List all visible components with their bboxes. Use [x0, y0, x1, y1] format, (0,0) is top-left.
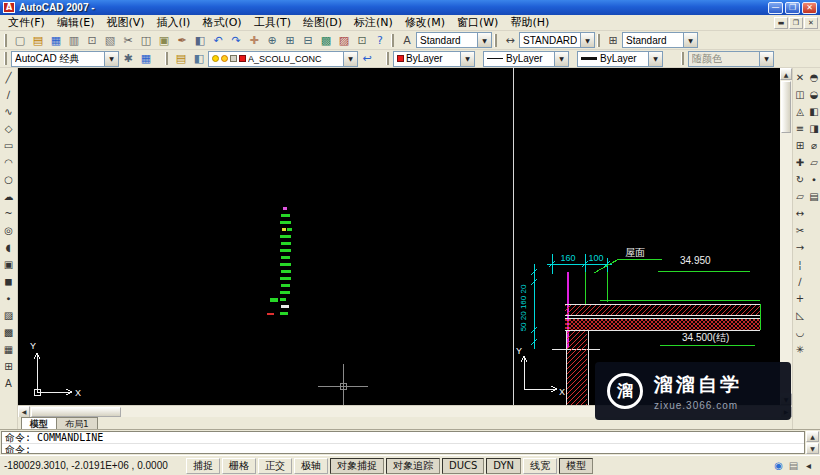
draworder-bring-front-icon[interactable]: ◓: [807, 69, 820, 86]
draworder-send-under-icon[interactable]: ◨: [807, 120, 820, 137]
vertical-scroll-thumb[interactable]: [781, 81, 791, 133]
circle-icon[interactable]: ○: [1, 171, 16, 188]
help-icon[interactable]: ?: [371, 32, 389, 48]
scroll-down-icon[interactable]: ▼: [806, 443, 819, 454]
communication-center-icon[interactable]: ◉: [771, 458, 786, 473]
horizontal-scroll-thumb[interactable]: [31, 407, 121, 417]
sheet-set-manager-icon[interactable]: ▩: [317, 32, 335, 48]
ortho-toggle[interactable]: 正交: [258, 458, 292, 474]
open-file-icon[interactable]: ▤: [29, 32, 47, 48]
arc-icon[interactable]: ◠: [1, 154, 16, 171]
chevron-down-icon[interactable]: ▼: [477, 33, 491, 47]
plot-preview-icon[interactable]: ⊡: [83, 32, 101, 48]
tab-layout1[interactable]: 布局1: [56, 417, 98, 429]
rectangle-icon[interactable]: ▭: [1, 137, 16, 154]
array-icon[interactable]: ⊞: [793, 137, 808, 154]
dim-style-combo[interactable]: STANDARD ▼: [519, 32, 595, 48]
ellipse-arc-icon[interactable]: ◖: [1, 239, 16, 256]
chevron-down-icon[interactable]: ▼: [683, 33, 697, 47]
workspace-combo[interactable]: AutoCAD 经典 ▼: [11, 51, 119, 67]
close-button[interactable]: ✕: [802, 2, 817, 14]
id-point-icon[interactable]: ∙: [807, 171, 820, 188]
block-editor-icon[interactable]: ◧: [191, 32, 209, 48]
minimize-button[interactable]: —: [768, 2, 783, 14]
hatch-icon[interactable]: ▨: [1, 307, 16, 324]
chevron-down-icon[interactable]: ▼: [460, 52, 474, 66]
layer-previous-icon[interactable]: ↩: [358, 51, 376, 67]
chevron-down-icon[interactable]: ▼: [648, 52, 662, 66]
redo-icon[interactable]: ↷: [227, 32, 245, 48]
status-tray-arrow-icon[interactable]: ◂: [801, 458, 816, 473]
dim-style-drag-handle[interactable]: [494, 34, 497, 47]
chevron-down-icon[interactable]: ▼: [104, 52, 118, 66]
dyn-toggle[interactable]: DYN: [486, 458, 521, 474]
toolbar-lock-icon[interactable]: ▤: [786, 458, 801, 473]
workspace-toolbar-drag-handle[interactable]: [4, 52, 7, 65]
zoom-window-icon[interactable]: ⊞: [281, 32, 299, 48]
scroll-up-icon[interactable]: ▲: [806, 431, 819, 442]
pan-icon[interactable]: ✚: [245, 32, 263, 48]
mdi-restore-button[interactable]: ❐: [789, 17, 803, 29]
scroll-left-icon[interactable]: ◀: [18, 406, 30, 418]
break-icon[interactable]: ∕: [793, 273, 808, 290]
styles-toolbar-drag-handle[interactable]: [391, 34, 394, 47]
lineweight-toggle[interactable]: 线宽: [523, 458, 557, 474]
explode-icon[interactable]: ✳: [793, 341, 808, 358]
text-style-combo[interactable]: Standard ▼: [416, 32, 492, 48]
mdi-minimize-button[interactable]: ▬: [774, 17, 788, 29]
layers-toolbar-drag-handle[interactable]: [165, 52, 168, 65]
offset-icon[interactable]: ≡: [793, 120, 808, 137]
spline-icon[interactable]: ~: [1, 205, 16, 222]
make-block-icon[interactable]: ◼: [1, 273, 16, 290]
object-properties-drag-handle[interactable]: [386, 52, 389, 65]
tab-model[interactable]: 模型: [21, 417, 57, 429]
chevron-down-icon[interactable]: ▼: [554, 52, 568, 66]
save-icon[interactable]: ▦: [47, 32, 65, 48]
measure-distance-icon[interactable]: ⌀: [807, 137, 820, 154]
draworder-send-back-icon[interactable]: ◒: [807, 86, 820, 103]
polyline-icon[interactable]: ∿: [1, 103, 16, 120]
lineweight-combo[interactable]: ByLayer ▼: [577, 51, 663, 67]
plot-icon[interactable]: ▥: [65, 32, 83, 48]
point-icon[interactable]: ∙: [1, 290, 16, 307]
workspace-save-icon[interactable]: ▦: [137, 51, 155, 67]
construction-line-icon[interactable]: ∕: [1, 86, 16, 103]
mdi-close-button[interactable]: ✕: [804, 17, 818, 29]
command-history[interactable]: 命令: COMMANDLINE 命令:: [1, 431, 805, 454]
fillet-icon[interactable]: ◡: [793, 324, 808, 341]
scroll-up-icon[interactable]: ▲: [780, 68, 792, 80]
move-icon[interactable]: ✚: [793, 154, 808, 171]
scale-icon[interactable]: ▱: [793, 188, 808, 205]
insert-block-icon[interactable]: ▣: [1, 256, 16, 273]
layer-states-icon[interactable]: ◧: [190, 51, 208, 67]
copy-icon[interactable]: ◫: [137, 32, 155, 48]
maximize-button[interactable]: ❐: [785, 2, 800, 14]
join-icon[interactable]: +: [793, 290, 808, 307]
publish-icon[interactable]: ▧: [101, 32, 119, 48]
gradient-icon[interactable]: ▩: [1, 324, 16, 341]
osnap-toggle[interactable]: 对象捕捉: [330, 458, 384, 474]
polygon-icon[interactable]: ◇: [1, 120, 16, 137]
otrack-toggle[interactable]: 对象追踪: [386, 458, 440, 474]
list-icon[interactable]: ▤: [807, 188, 820, 205]
command-prompt[interactable]: 命令:: [2, 444, 804, 454]
ducs-toggle[interactable]: DUCS: [442, 458, 484, 474]
copy-object-icon[interactable]: ◫: [793, 86, 808, 103]
table-style-combo[interactable]: Standard ▼: [622, 32, 698, 48]
table-style-drag-handle[interactable]: [597, 34, 600, 47]
table-icon[interactable]: ⊞: [1, 358, 16, 375]
model-space-toggle[interactable]: 模型: [559, 458, 593, 474]
ellipse-icon[interactable]: ◎: [1, 222, 16, 239]
mirror-icon[interactable]: ◬: [793, 103, 808, 120]
trim-icon[interactable]: ✂: [793, 222, 808, 239]
layer-properties-icon[interactable]: ▤: [172, 51, 190, 67]
zoom-realtime-icon[interactable]: ⊕: [263, 32, 281, 48]
markup-set-manager-icon[interactable]: ▨: [335, 32, 353, 48]
undo-icon[interactable]: ↶: [209, 32, 227, 48]
plotstyle-drag-handle[interactable]: [681, 52, 684, 65]
toolbar-drag-handle[interactable]: [4, 34, 7, 47]
paste-icon[interactable]: ▣: [155, 32, 173, 48]
vertical-scrollbar[interactable]: ▲ ▼: [780, 68, 792, 405]
extend-icon[interactable]: →: [793, 239, 808, 256]
rotate-icon[interactable]: ↻: [793, 171, 808, 188]
